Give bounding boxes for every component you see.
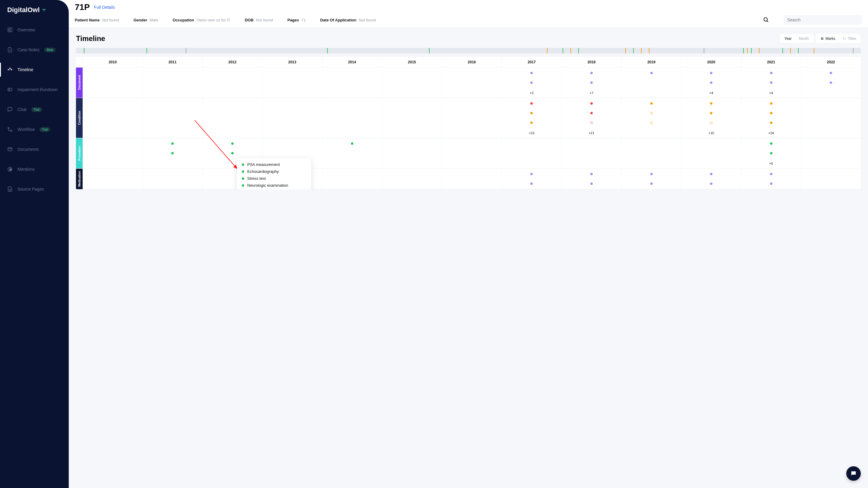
cell-medication-2014[interactable] — [322, 169, 382, 189]
nav-item-overview[interactable]: Overview — [0, 23, 69, 37]
nav-item-mentions[interactable]: @Mentions — [0, 162, 69, 176]
cell-document-2018[interactable]: +7 — [561, 67, 621, 98]
cell-condition-2013[interactable] — [262, 98, 322, 138]
cell-condition-2021[interactable]: +24 — [741, 98, 801, 138]
dot-orange[interactable] — [710, 112, 712, 114]
dot-orange[interactable] — [530, 122, 533, 124]
cell-procedure-2017[interactable] — [502, 138, 562, 168]
cell-medication-2020[interactable] — [681, 169, 741, 189]
year-header-2010[interactable]: 2010 — [83, 57, 143, 67]
dot-purple[interactable] — [830, 82, 832, 84]
cell-procedure-2011[interactable] — [143, 138, 203, 168]
search-box[interactable] — [783, 15, 862, 25]
toggle-month[interactable]: Month — [795, 35, 812, 42]
popup-item[interactable]: PSA measurement — [242, 161, 306, 168]
year-header-2011[interactable]: 2011 — [143, 57, 203, 67]
cell-document-2011[interactable] — [143, 67, 203, 98]
dot-green[interactable] — [171, 152, 174, 154]
year-header-2019[interactable]: 2019 — [621, 57, 681, 67]
nav-item-timeline[interactable]: Timeline — [0, 63, 69, 77]
cell-document-2022[interactable] — [801, 67, 861, 98]
dot-purple[interactable] — [770, 72, 772, 74]
year-header-2013[interactable]: 2013 — [262, 57, 322, 67]
dot-orange-outline[interactable] — [650, 112, 653, 114]
cell-medication-2022[interactable] — [801, 169, 861, 189]
popup-item[interactable]: Echocardiography — [242, 168, 306, 175]
nav-item-documents[interactable]: Documents — [0, 142, 69, 156]
dot-purple[interactable] — [710, 182, 712, 185]
nav-item-source-pages[interactable]: Source Pages — [0, 182, 69, 196]
cell-document-2015[interactable] — [382, 67, 442, 98]
cell-procedure-2014[interactable] — [322, 138, 382, 168]
cell-condition-2019[interactable] — [621, 98, 681, 138]
dot-green[interactable] — [770, 142, 772, 145]
year-header-2012[interactable]: 2012 — [202, 57, 262, 67]
toggle-year[interactable]: Year — [781, 35, 795, 42]
nav-item-case-notes[interactable]: Case NotesBeta — [0, 43, 69, 57]
more-count[interactable]: +15 — [709, 131, 714, 135]
dot-purple[interactable] — [710, 82, 712, 84]
cell-condition-2012[interactable] — [202, 98, 262, 138]
dot-orange[interactable] — [650, 102, 653, 105]
cell-procedure-2020[interactable] — [681, 138, 741, 168]
year-header-2014[interactable]: 2014 — [322, 57, 382, 67]
dot-purple[interactable] — [770, 82, 772, 84]
dot-green[interactable] — [231, 142, 234, 145]
dot-purple[interactable] — [590, 182, 593, 185]
cell-procedure-2019[interactable] — [621, 138, 681, 168]
cell-document-2013[interactable] — [262, 67, 322, 98]
search-icon[interactable] — [763, 17, 769, 23]
dot-purple[interactable] — [590, 72, 593, 74]
year-header-2020[interactable]: 2020 — [681, 57, 741, 67]
more-count[interactable]: +24 — [768, 131, 774, 135]
toggle-marks[interactable]: Marks — [817, 35, 839, 42]
cell-document-2021[interactable]: +4 — [741, 67, 801, 98]
cell-medication-2017[interactable] — [502, 169, 562, 189]
cell-document-2014[interactable] — [322, 67, 382, 98]
cell-document-2017[interactable]: +2 — [502, 67, 562, 98]
more-count[interactable]: +5 — [769, 162, 773, 165]
dot-purple[interactable] — [770, 182, 772, 185]
dot-purple[interactable] — [650, 182, 653, 185]
dot-orange-outline[interactable] — [710, 122, 712, 124]
dot-red[interactable] — [590, 112, 593, 114]
year-header-2021[interactable]: 2021 — [741, 57, 801, 67]
year-header-2018[interactable]: 2018 — [561, 57, 621, 67]
popup-item[interactable]: Dietetic procedures(Px) — [242, 189, 306, 189]
cell-procedure-2010[interactable] — [83, 138, 143, 168]
cell-condition-2016[interactable] — [442, 98, 502, 138]
dot-red[interactable] — [590, 102, 593, 105]
dot-purple[interactable] — [830, 72, 832, 74]
dot-orange[interactable] — [770, 122, 772, 124]
cell-medication-2016[interactable] — [442, 169, 502, 189]
nav-item-chat[interactable]: ChatTrial — [0, 102, 69, 116]
popup-item[interactable]: Neurologic examination — [242, 182, 306, 189]
dot-purple[interactable] — [530, 82, 533, 84]
cell-procedure-2018[interactable] — [561, 138, 621, 168]
dot-red[interactable] — [530, 102, 533, 105]
dot-purple[interactable] — [530, 182, 533, 185]
more-count[interactable]: +21 — [589, 131, 594, 135]
dot-orange-outline[interactable] — [650, 122, 653, 124]
cell-condition-2011[interactable] — [143, 98, 203, 138]
dot-green[interactable] — [770, 152, 772, 154]
nav-item-workflow[interactable]: WorkflowTrial — [0, 122, 69, 136]
nav-item-impairment-rundown[interactable]: Impairment Rundown — [0, 83, 69, 96]
cell-condition-2018[interactable]: +21 — [561, 98, 621, 138]
dot-green[interactable] — [171, 142, 174, 145]
cell-medication-2019[interactable] — [621, 169, 681, 189]
dot-green[interactable] — [231, 152, 234, 154]
toggle-titles[interactable]: TᴛTitles — [839, 35, 860, 42]
cell-medication-2021[interactable] — [741, 169, 801, 189]
cell-condition-2020[interactable]: +15 — [681, 98, 741, 138]
cell-medication-2015[interactable] — [382, 169, 442, 189]
dot-purple[interactable] — [770, 173, 772, 175]
cell-procedure-2015[interactable] — [382, 138, 442, 168]
cell-document-2010[interactable] — [83, 67, 143, 98]
dot-purple[interactable] — [590, 82, 593, 84]
dot-orange[interactable] — [710, 102, 712, 105]
chat-fab[interactable] — [846, 466, 861, 481]
cell-procedure-2021[interactable]: +5 — [741, 138, 801, 168]
more-count[interactable]: +2 — [530, 91, 534, 95]
full-details-link[interactable]: Full Details — [94, 5, 115, 10]
